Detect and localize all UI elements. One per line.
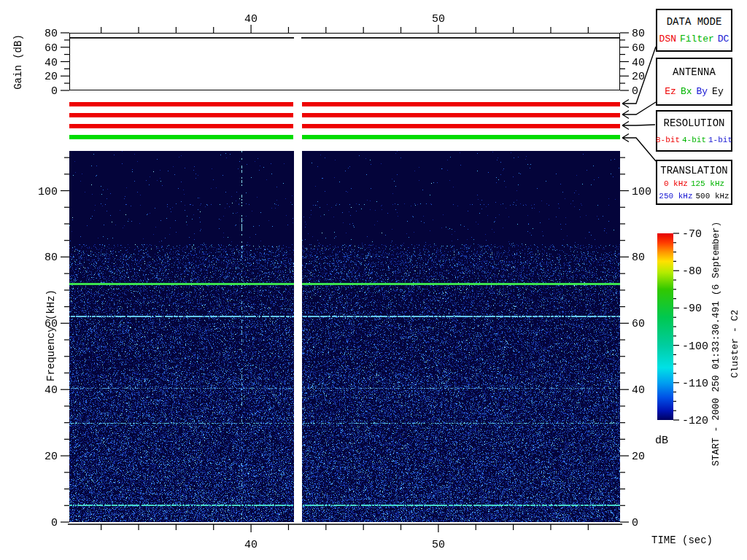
gain-panel xyxy=(69,33,620,90)
status-bar-antenna-left xyxy=(69,113,293,117)
svg-text:-120: -120 xyxy=(682,415,708,427)
legend-title-antenna: ANTENNA xyxy=(673,66,716,78)
legend-item: 1-bit xyxy=(708,136,732,144)
svg-text:80: 80 xyxy=(632,28,645,40)
status-bar-data-mode-right xyxy=(302,102,620,106)
colorbar-unit-label: dB xyxy=(655,435,668,447)
svg-text:0: 0 xyxy=(632,517,638,529)
status-bar-resolution-right xyxy=(302,124,620,128)
legend-item: By xyxy=(697,86,708,97)
legend-item: Ey xyxy=(712,86,724,97)
frequency-axis-title: Frequency (kHz) xyxy=(45,277,57,394)
spectrogram-canvas xyxy=(69,151,620,522)
legend-title-data-mode: DATA MODE xyxy=(667,16,722,28)
legend-row: DSNFilterDC xyxy=(659,34,729,44)
svg-text:100: 100 xyxy=(632,186,651,198)
svg-text:-90: -90 xyxy=(682,303,702,315)
svg-text:0: 0 xyxy=(51,85,58,98)
legend-item: 500 kHz xyxy=(696,192,729,201)
legend-item: Ez xyxy=(665,86,676,97)
svg-text:40: 40 xyxy=(632,57,645,69)
spacecraft-annotation: Cluster - C2 xyxy=(729,198,740,490)
status-bar-antenna-right xyxy=(302,113,620,117)
svg-text:0: 0 xyxy=(51,517,58,529)
svg-text:60: 60 xyxy=(632,318,645,330)
time-axis-title: TIME (sec) xyxy=(651,534,713,546)
svg-text:-110: -110 xyxy=(682,378,708,390)
legend-item: 0 kHz xyxy=(664,179,688,188)
svg-text:40: 40 xyxy=(632,384,645,397)
status-bar-translation-right xyxy=(302,135,620,139)
gain-axis-title: Gain (dB) xyxy=(12,11,24,113)
legend-box-data-mode: DATA MODEDSNFilterDC xyxy=(656,9,732,52)
svg-text:0: 0 xyxy=(632,85,638,98)
svg-text:80: 80 xyxy=(632,252,645,264)
legend-item: Bx xyxy=(681,86,692,97)
legend-row: EzBxByEy xyxy=(665,86,723,97)
status-bar-translation-left xyxy=(69,135,293,139)
legend-item: 8-bit xyxy=(656,136,680,144)
legend-box-translation: TRANSLATION0 kHz125 kHz250 kHz500 kHz xyxy=(656,160,732,205)
start-time-annotation: START - 2000 250 01:33:30.491 (6 Septemb… xyxy=(711,198,721,490)
svg-text:80: 80 xyxy=(44,28,58,40)
svg-text:20: 20 xyxy=(632,451,645,463)
svg-text:-70: -70 xyxy=(682,228,702,241)
legend-item: DC xyxy=(718,34,729,44)
legend-title-resolution: RESOLUTION xyxy=(663,117,724,129)
svg-text:-80: -80 xyxy=(682,265,702,278)
svg-text:60: 60 xyxy=(632,42,645,55)
svg-text:20: 20 xyxy=(44,71,58,83)
colorbar-gradient xyxy=(657,233,673,420)
legend-item: Filter xyxy=(680,34,714,44)
svg-text:60: 60 xyxy=(44,42,58,55)
legend-item: 125 kHz xyxy=(691,179,724,188)
svg-text:50: 50 xyxy=(432,539,445,551)
svg-text:-100: -100 xyxy=(682,341,708,353)
legend-box-antenna: ANTENNAEzBxByEy xyxy=(656,58,732,106)
svg-text:20: 20 xyxy=(632,71,645,83)
legend-row: 8-bit4-bit1-bit xyxy=(656,136,732,144)
svg-text:40: 40 xyxy=(44,57,58,69)
wbd-spectrogram-display: 4040505000202040406060808000202040406060… xyxy=(0,0,747,560)
legend-box-resolution: RESOLUTION8-bit4-bit1-bit xyxy=(656,110,732,152)
svg-text:50: 50 xyxy=(432,13,445,26)
svg-text:40: 40 xyxy=(244,539,258,551)
svg-text:80: 80 xyxy=(44,252,58,264)
svg-text:20: 20 xyxy=(44,451,58,463)
legend-item: DSN xyxy=(659,34,676,44)
legend-row: 0 kHz125 kHz xyxy=(664,179,724,188)
svg-text:100: 100 xyxy=(38,186,58,198)
legend-row: 250 kHz500 kHz xyxy=(659,192,729,201)
legend-item: 250 kHz xyxy=(659,192,692,201)
legend-title-translation: TRANSLATION xyxy=(660,165,727,176)
status-bar-data-mode-left xyxy=(69,102,293,106)
svg-text:40: 40 xyxy=(244,13,258,26)
status-bar-resolution-left xyxy=(69,124,293,128)
legend-item: 4-bit xyxy=(682,136,706,144)
